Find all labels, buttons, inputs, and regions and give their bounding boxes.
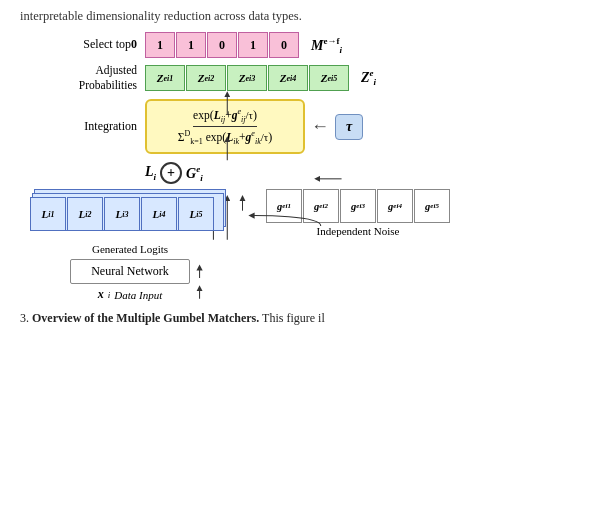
select-top-cells: 1 1 0 1 0 <box>145 32 299 58</box>
select-top-label: Select top0 <box>30 37 145 53</box>
adj-cell-2: Zei2 <box>186 65 226 91</box>
adj-prob-row: AdjustedProbabilities Zei1 Zei2 Zei3 Zei… <box>20 63 580 93</box>
noise-cell-5: gei5 <box>414 189 450 223</box>
adj-prob-label: AdjustedProbabilities <box>30 63 145 93</box>
noise-cell-1: gei1 <box>266 189 302 223</box>
adj-prob-math: Zei <box>361 68 376 87</box>
integration-box: exp(Lij+geij/τ) ΣDk=1 exp(Lik+geik/τ) <box>145 99 305 154</box>
select-top-row: Select top0 1 1 0 1 0 Me→fi <box>20 32 580 58</box>
cell-pink-1: 1 <box>145 32 175 58</box>
logits-row: Li1 Li2 Li3 Li4 Li5 Generated Logits Neu… <box>20 189 580 302</box>
tau-box: τ <box>335 114 363 140</box>
diagram: Select top0 1 1 0 1 0 Me→fi AdjustedProb… <box>20 32 580 302</box>
page-container: interpretable dimensionality reduction a… <box>0 0 598 508</box>
cell-pink-5: 0 <box>269 32 299 58</box>
nn-box: Neural Network <box>70 259 190 284</box>
G-label: Gei <box>186 164 203 183</box>
plus-row: Li + Gei <box>20 162 580 184</box>
logit-cell-4: Li4 <box>141 197 177 231</box>
data-input-label: Data Input <box>114 289 162 301</box>
cell-pink-4: 1 <box>238 32 268 58</box>
cell-pink-3: 0 <box>207 32 237 58</box>
logit-cell-1: Li1 <box>30 197 66 231</box>
xi-label: xi Data Input <box>98 287 163 302</box>
generated-logits-label: Generated Logits <box>92 243 168 255</box>
logit-cell-5: Li5 <box>178 197 214 231</box>
caption-bold: Overview of the Multiple Gumbel Matchers… <box>32 311 259 325</box>
tau-arrow: ← <box>311 116 329 137</box>
nn-group: Neural Network xi Data Input <box>70 259 190 302</box>
integration-numerator: exp(Lij+geij/τ) <box>193 107 257 127</box>
adj-cell-5: Zei5 <box>309 65 349 91</box>
noise-cell-4: gei4 <box>377 189 413 223</box>
logit-cell-2: Li2 <box>67 197 103 231</box>
noise-cells: gei1 gei2 gei3 gei4 gei5 <box>266 189 450 223</box>
xi-symbol: x <box>98 287 104 302</box>
plus-circle: + <box>160 162 182 184</box>
logit-stack-group: Li1 Li2 Li3 Li4 Li5 Generated Logits Neu… <box>30 189 230 302</box>
adj-cell-3: Zei3 <box>227 65 267 91</box>
independent-noise-label: Independent Noise <box>317 225 400 237</box>
noise-cell-2: gei2 <box>303 189 339 223</box>
caption: 3. Overview of the Multiple Gumbel Match… <box>20 310 578 327</box>
select-top-math: Me→fi <box>311 36 342 55</box>
caption-rest: This figure il <box>259 311 324 325</box>
logit-cells: Li1 Li2 Li3 Li4 Li5 <box>30 189 230 241</box>
cell-pink-2: 1 <box>176 32 206 58</box>
adj-cell-4: Zei4 <box>268 65 308 91</box>
adj-prob-cells: Zei1 Zei2 Zei3 Zei4 Zei5 <box>145 65 349 91</box>
logit-stack: Li1 Li2 Li3 Li4 Li5 <box>30 189 230 241</box>
logit-cell-3: Li3 <box>104 197 140 231</box>
noise-cell-3: gei3 <box>340 189 376 223</box>
L-label: Li <box>145 164 156 182</box>
top-paragraph: interpretable dimensionality reduction a… <box>20 8 578 24</box>
noise-group: gei1 gei2 gei3 gei4 gei5 Independent Noi… <box>266 189 450 237</box>
logit-front-cells: Li1 Li2 Li3 Li4 Li5 <box>30 197 214 231</box>
integration-fraction: exp(Lij+geij/τ) ΣDk=1 exp(Lik+geik/τ) <box>178 107 272 146</box>
integration-label: Integration <box>30 119 145 135</box>
integration-denominator: ΣDk=1 exp(Lik+geik/τ) <box>178 129 272 146</box>
caption-fig-num: 3. <box>20 311 29 325</box>
integration-row: Integration exp(Lij+geij/τ) ΣDk=1 exp(Li… <box>20 99 580 154</box>
adj-cell-1: Zei1 <box>145 65 185 91</box>
